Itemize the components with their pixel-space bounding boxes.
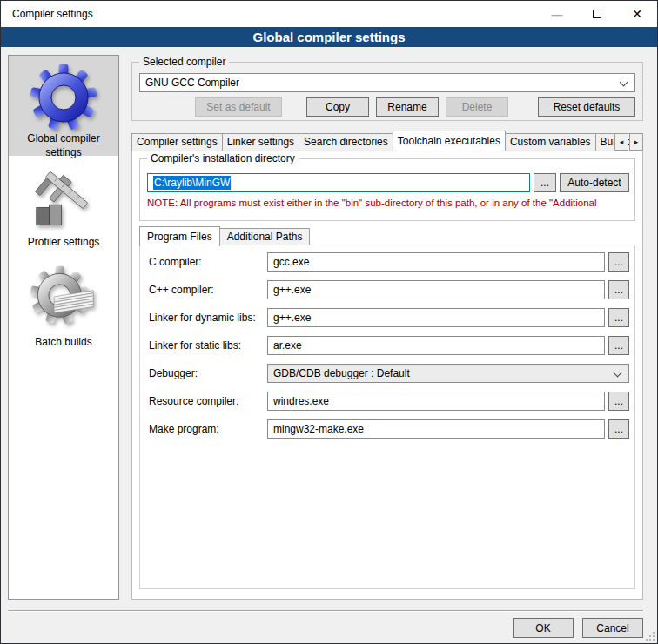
installation-directory-input[interactable]: C:\raylib\MinGW (147, 173, 530, 192)
browse-button[interactable]: ... (608, 280, 629, 299)
blue-gear-icon (28, 64, 99, 131)
form-row-c-compiler: C compiler: gcc.exe ... (149, 252, 629, 272)
ok-button[interactable]: OK (513, 618, 574, 638)
tab-scroll-left-icon[interactable]: ◂ (614, 133, 628, 151)
reset-defaults-button[interactable]: Reset defaults (538, 97, 635, 117)
make-program-input[interactable]: mingw32-make.exe (267, 419, 605, 439)
field-label: Linker for static libs: (149, 339, 267, 352)
field-label: C compiler: (149, 256, 267, 268)
chevron-down-icon (614, 369, 622, 378)
selected-compiler-group: Selected compiler GNU GCC Compiler Set a… (131, 62, 643, 121)
debugger-select[interactable]: GDB/CDB debugger : Default (267, 364, 629, 383)
resize-grip[interactable] (646, 632, 655, 641)
note-text: NOTE: All programs must exist either in … (147, 198, 634, 208)
field-label: Debugger: (149, 367, 267, 379)
sidebar-item-batch-builds[interactable]: Batch builds (9, 256, 118, 356)
linker-dynamic-input[interactable]: g++.exe (267, 308, 605, 327)
gray-gear-stack-icon (28, 264, 99, 335)
compiler-settings-dialog: { "window": { "title": "Compiler setting… (0, 0, 658, 644)
caliper-icon (28, 164, 99, 235)
sidebar-item-global-compiler-settings[interactable]: Global compiler settings (9, 56, 118, 156)
footer-separator (8, 610, 643, 612)
tab-additional-paths[interactable]: Additional Paths (219, 228, 311, 245)
form-row-linker-dynamic: Linker for dynamic libs: g++.exe ... (149, 308, 629, 327)
toolchain-sub-tabs: Program Files Additional Paths (139, 225, 309, 245)
browse-directory-button[interactable]: ... (534, 173, 556, 192)
resource-compiler-input[interactable]: windres.exe (267, 392, 605, 411)
tab-linker-settings[interactable]: Linker settings (222, 133, 299, 151)
form-row-linker-static: Linker for static libs: ar.exe ... (149, 336, 629, 355)
browse-button[interactable]: ... (608, 308, 629, 327)
window-controls: — ✕ (537, 1, 657, 27)
tab-toolchain-executables[interactable]: Toolchain executables (393, 131, 506, 151)
sidebar-item-profiler-settings[interactable]: Profiler settings (9, 156, 118, 256)
tab-search-directories[interactable]: Search directories (299, 133, 393, 151)
field-label: Linker for dynamic libs: (149, 312, 267, 324)
sidebar-item-label: Batch builds (11, 336, 116, 350)
copy-button[interactable]: Copy (306, 97, 369, 117)
sidebar-item-label: Global compiler settings (11, 132, 116, 159)
installation-directory-group: Compiler's installation directory C:\ray… (139, 158, 635, 221)
browse-button[interactable]: ... (608, 252, 629, 272)
browse-button[interactable]: ... (608, 336, 629, 355)
field-label: C++ compiler: (149, 284, 267, 296)
field-label: Resource compiler: (149, 395, 267, 407)
sidebar-item-label: Profiler settings (11, 236, 116, 250)
selected-text: C:\raylib\MinGW (153, 176, 231, 190)
c-compiler-input[interactable]: gcc.exe (267, 252, 605, 272)
maximize-button[interactable] (577, 1, 617, 27)
rename-button[interactable]: Rename (376, 97, 439, 117)
cpp-compiler-input[interactable]: g++.exe (267, 280, 605, 299)
form-row-debugger: Debugger: GDB/CDB debugger : Default (149, 364, 629, 383)
compiler-select[interactable]: GNU GCC Compiler (139, 73, 635, 92)
installation-directory-group-label: Compiler's installation directory (147, 152, 299, 164)
form-row-resource-compiler: Resource compiler: windres.exe ... (149, 392, 629, 411)
tab-scroll-buttons: ◂ ▸ (614, 133, 644, 151)
compiler-select-value: GNU GCC Compiler (145, 77, 239, 89)
maximize-icon (593, 10, 601, 18)
browse-button[interactable]: ... (608, 392, 629, 411)
minimize-icon: — (537, 1, 577, 27)
tab-program-files[interactable]: Program Files (139, 226, 220, 246)
set-as-default-button: Set as default (195, 97, 282, 117)
program-files-page: C compiler: gcc.exe ... C++ compiler: g+… (139, 245, 635, 589)
selected-compiler-group-label: Selected compiler (139, 56, 229, 68)
settings-tab-strip: Compiler settings Linker settings Search… (131, 130, 643, 151)
tab-custom-variables[interactable]: Custom variables (505, 133, 596, 151)
linker-static-input[interactable]: ar.exe (267, 336, 605, 355)
cancel-button[interactable]: Cancel (582, 618, 643, 638)
tab-scroll-right-icon[interactable]: ▸ (629, 133, 643, 151)
debugger-select-value: GDB/CDB debugger : Default (273, 367, 410, 379)
chevron-down-icon (620, 78, 628, 87)
compiler-button-row: Set as default Copy Rename Delete Reset … (195, 97, 635, 117)
window-title: Compiler settings (1, 8, 93, 20)
form-row-make-program: Make program: mingw32-make.exe ... (149, 419, 629, 439)
delete-button: Delete (446, 97, 508, 117)
tab-compiler-settings[interactable]: Compiler settings (131, 133, 223, 151)
close-button[interactable]: ✕ (617, 1, 657, 27)
field-label: Make program: (149, 423, 267, 435)
title-bar: Compiler settings — ✕ (1, 1, 657, 27)
auto-detect-button[interactable]: Auto-detect (560, 173, 629, 192)
toolchain-executables-page: Compiler's installation directory C:\ray… (131, 151, 643, 600)
form-row-cpp-compiler: C++ compiler: g++.exe ... (149, 280, 629, 299)
browse-button[interactable]: ... (608, 419, 629, 439)
page-title: Global compiler settings (1, 27, 657, 47)
settings-category-sidebar: Global compiler settings Profiler settin… (8, 55, 119, 600)
